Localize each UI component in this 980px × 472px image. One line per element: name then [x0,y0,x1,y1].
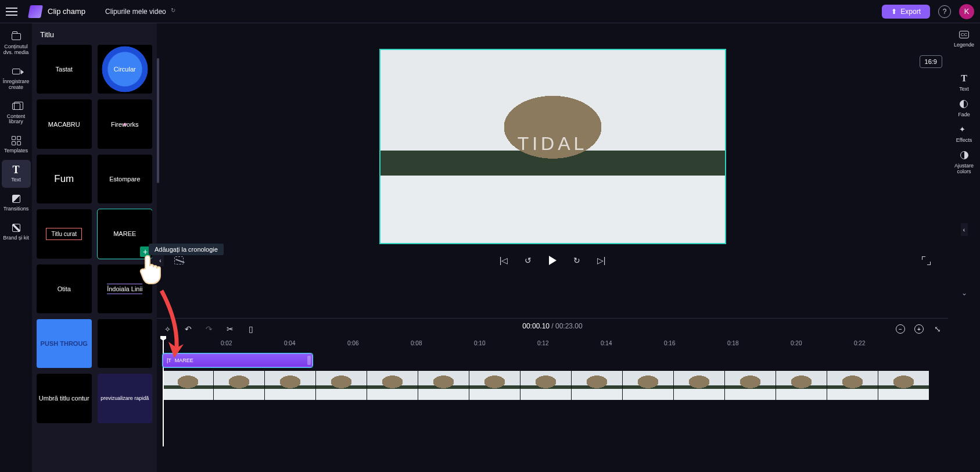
video-thumbnail [265,371,315,400]
video-thumbnail [776,371,827,400]
ruler-tick: 0:10 [474,340,485,346]
ruler-tick: 0:22 [854,340,865,346]
annotation-cursor-icon [137,252,168,287]
play-button[interactable] [548,256,557,265]
app-name: Clip champ [48,7,85,16]
rb-effects[interactable]: Effects [956,124,972,143]
export-button[interactable]: ⬆ Export [882,5,930,19]
tile-label: previzualizare rapidă [100,395,149,401]
rb-label: Fade [958,112,970,117]
tile-label: MACABRU [48,121,80,128]
app-logo-icon [28,5,43,18]
collapse-right-button[interactable]: ‹ [961,223,968,236]
preview-canvas[interactable]: TIDAL [379,49,726,244]
tile-otita[interactable]: Otita [37,264,92,313]
timeline-ruler[interactable]: 0:020:040:060:080:100:120:140:160:180:20… [163,338,942,351]
rb-captions[interactable]: CCLegende [954,29,974,48]
aspect-ratio-selector[interactable]: 16:9 [920,55,942,68]
tile-label: Circular [114,66,136,73]
video-thumbnail [418,371,469,400]
ruler-tick: 0:02 [221,340,232,346]
nav-text-label: Text [11,177,21,183]
video-thumbnail [878,371,929,400]
tile-curat[interactable]: Titlu curat [37,209,92,258]
tile-estompare[interactable]: Estompare [98,155,153,203]
current-time: 00:00.10 [522,322,550,330]
tile-label: PUSH THROUG [41,340,88,347]
rb-label: Text [959,86,969,92]
chevron-down-icon[interactable]: ⌄ [960,288,969,298]
tile-label: Fum [54,173,74,185]
video-thumbnail [469,371,520,400]
zoom-in-button[interactable]: + [914,324,924,334]
tile-umbra[interactable]: Umbră titlu contur [37,374,92,423]
timeline-video-track[interactable] [163,371,942,400]
right-toolbar: CCLegende TText Fade Effects Ajustare co… [948,23,980,472]
zoom-out-button[interactable]: − [896,324,905,334]
nav-record[interactable]: Înregistrare create [2,62,31,95]
fade-icon [960,100,968,108]
ruler-tick: 0:06 [347,340,358,346]
ruler-tick: 0:18 [727,340,738,346]
tile-maree[interactable]: MAREE + [98,209,153,258]
text-icon: T [12,164,19,176]
tile-label: Tastat [56,66,73,73]
menu-button[interactable] [6,8,17,16]
tile-tastat[interactable]: Tastat [37,45,92,94]
rb-label: Ajustare colors [948,163,980,174]
project-tab[interactable]: Clipurile mele video [102,5,170,18]
duration: 00:23.00 [555,322,583,330]
video-thumbnail [623,371,673,400]
nav-media[interactable]: Conținutul dvs. media [2,27,31,60]
redo-button[interactable]: ↷ [204,324,214,334]
delete-button[interactable]: ▯ [246,324,256,334]
export-label: Export [900,8,921,16]
tile-label: Titlu curat [46,228,82,240]
folder-icon [12,33,21,40]
ruler-tick: 0:04 [284,340,295,346]
video-thumbnail [520,371,571,400]
tile-circular[interactable]: Circular [98,45,153,94]
rb-fade[interactable]: Fade [958,99,970,117]
rb-label: Effects [956,137,972,143]
safe-zone-toggle[interactable] [174,256,184,265]
nav-templates[interactable]: Templates [2,131,31,159]
tile-fum[interactable]: Fum [37,155,92,203]
stack-icon [12,103,20,110]
tile-label: Umbră titlu contur [39,395,89,402]
nav-text[interactable]: TText [2,160,31,188]
video-thumbnail [725,371,776,400]
left-nav: Conținutul dvs. media Înregistrare creat… [0,23,32,472]
nav-library[interactable]: Content library [2,96,31,130]
side-panel: Titlu Tastat Circular MACABRU Fireworks … [32,23,157,472]
ruler-tick: 0:16 [664,340,675,346]
nav-brand[interactable]: Brand și kit [2,218,31,246]
forward-button[interactable]: ↻ [572,256,581,265]
tile-blank[interactable] [98,319,153,368]
timeline: ✧ ↶ ↷ ✂ ▯ 00:00.10 / 00:23.00 − + ⤡ 0:02… [157,318,948,472]
fullscreen-button[interactable] [921,256,931,265]
tile-fireworks[interactable]: Fireworks [98,99,153,148]
help-button[interactable]: ? [938,5,951,18]
clip-resize-handle[interactable] [307,356,311,365]
tile-macabru[interactable]: MACABRU [37,99,92,148]
avatar[interactable]: K [959,4,974,19]
rb-label: Legende [954,42,974,48]
rb-text[interactable]: TText [959,73,970,92]
tile-push[interactable]: PUSH THROUG [37,319,92,368]
zoom-fit-button[interactable]: ⤡ [933,324,942,334]
tile-label: MAREE [113,230,136,237]
text-icon: T [959,73,970,84]
rewind-button[interactable]: ↺ [523,256,533,265]
tile-prev[interactable]: previzualizare rapidă [98,374,153,423]
cut-button[interactable]: ✂ [225,324,235,334]
rb-adjust[interactable]: Ajustare colors [948,150,980,174]
brand-icon [12,224,20,232]
nav-transitions[interactable]: Transitions [2,189,31,217]
time-display: 00:00.10 / 00:23.00 [522,322,582,330]
nav-templates-label: Templates [4,148,28,154]
video-thumbnail [674,371,724,400]
skip-start-button[interactable]: |◁ [499,256,508,265]
annotation-arrow-icon [151,286,192,362]
skip-end-button[interactable]: ▷| [597,256,606,265]
